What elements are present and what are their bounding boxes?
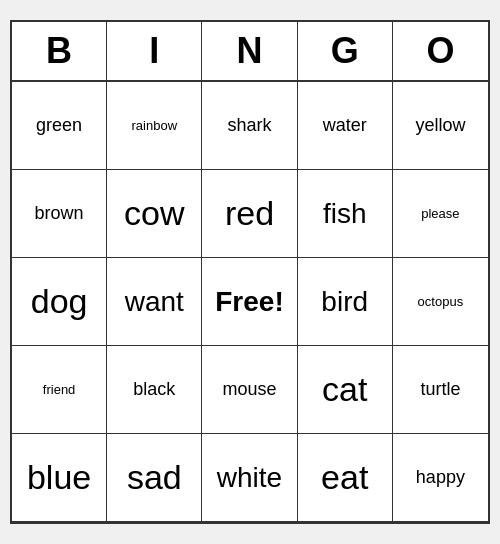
bingo-header-letter: N (202, 22, 297, 80)
cell-text: rainbow (132, 118, 178, 134)
bingo-cell[interactable]: eat (298, 434, 393, 522)
cell-text: cow (124, 193, 184, 234)
cell-text: red (225, 193, 274, 234)
bingo-cell[interactable]: white (202, 434, 297, 522)
bingo-cell[interactable]: black (107, 346, 202, 434)
cell-text: yellow (415, 115, 465, 137)
bingo-grid: greenrainbowsharkwateryellowbrowncowredf… (12, 82, 488, 522)
bingo-cell[interactable]: shark (202, 82, 297, 170)
cell-text: fish (323, 197, 367, 231)
bingo-cell[interactable]: please (393, 170, 488, 258)
cell-text: green (36, 115, 82, 137)
bingo-cell[interactable]: blue (12, 434, 107, 522)
cell-text: sad (127, 457, 182, 498)
bingo-cell[interactable]: Free! (202, 258, 297, 346)
bingo-cell[interactable]: red (202, 170, 297, 258)
bingo-cell[interactable]: rainbow (107, 82, 202, 170)
bingo-cell[interactable]: cow (107, 170, 202, 258)
cell-text: white (217, 461, 282, 495)
bingo-cell[interactable]: brown (12, 170, 107, 258)
cell-text: mouse (222, 379, 276, 401)
bingo-cell[interactable]: bird (298, 258, 393, 346)
bingo-cell[interactable]: mouse (202, 346, 297, 434)
cell-text: black (133, 379, 175, 401)
cell-text: want (125, 285, 184, 319)
bingo-cell[interactable]: happy (393, 434, 488, 522)
cell-text: dog (31, 281, 88, 322)
cell-text: water (323, 115, 367, 137)
bingo-header-letter: O (393, 22, 488, 80)
bingo-header-letter: B (12, 22, 107, 80)
cell-text: turtle (420, 379, 460, 401)
cell-text: blue (27, 457, 91, 498)
bingo-cell[interactable]: yellow (393, 82, 488, 170)
bingo-cell[interactable]: cat (298, 346, 393, 434)
cell-text: Free! (215, 285, 283, 319)
bingo-header: BINGO (12, 22, 488, 82)
bingo-card: BINGO greenrainbowsharkwateryellowbrownc… (10, 20, 490, 524)
bingo-cell[interactable]: water (298, 82, 393, 170)
cell-text: bird (321, 285, 368, 319)
cell-text: brown (35, 203, 84, 225)
bingo-cell[interactable]: green (12, 82, 107, 170)
bingo-cell[interactable]: fish (298, 170, 393, 258)
cell-text: eat (321, 457, 368, 498)
bingo-cell[interactable]: friend (12, 346, 107, 434)
cell-text: happy (416, 467, 465, 489)
bingo-header-letter: I (107, 22, 202, 80)
bingo-cell[interactable]: want (107, 258, 202, 346)
cell-text: friend (43, 382, 76, 398)
bingo-cell[interactable]: sad (107, 434, 202, 522)
cell-text: please (421, 206, 459, 222)
bingo-header-letter: G (298, 22, 393, 80)
bingo-cell[interactable]: turtle (393, 346, 488, 434)
bingo-cell[interactable]: dog (12, 258, 107, 346)
cell-text: cat (322, 369, 367, 410)
bingo-cell[interactable]: octopus (393, 258, 488, 346)
cell-text: shark (227, 115, 271, 137)
cell-text: octopus (418, 294, 464, 310)
